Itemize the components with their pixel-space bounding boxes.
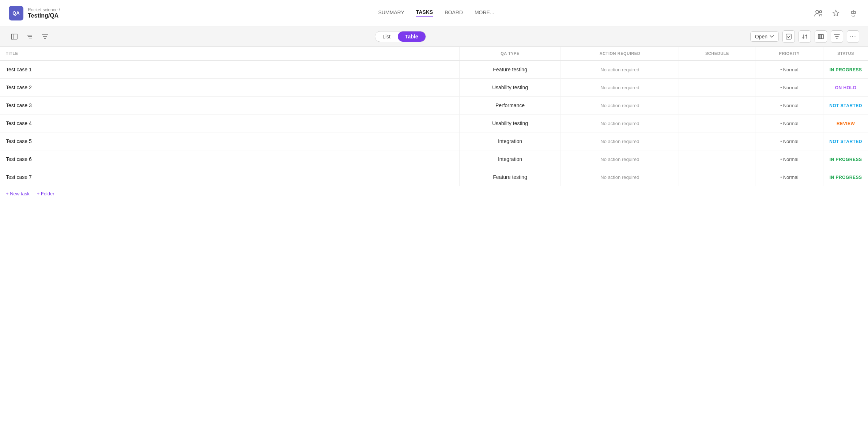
add-row: + New task + Folder	[0, 186, 868, 201]
task-title: Test case 6	[0, 150, 459, 168]
filter-icon-btn[interactable]	[39, 32, 50, 41]
table-row[interactable]: Test case 4 Usability testing No action …	[0, 115, 868, 132]
svg-point-0	[816, 10, 819, 13]
task-schedule	[679, 79, 755, 97]
open-dropdown[interactable]: Open	[750, 31, 779, 42]
nav-tasks[interactable]: TASKS	[416, 9, 433, 17]
task-title: Test case 2	[0, 79, 459, 97]
task-status: ON HOLD	[823, 79, 868, 97]
col-qa-type: QA TYPE	[459, 47, 561, 60]
task-action: No action required	[561, 168, 679, 186]
checkbox-btn[interactable]	[782, 30, 795, 43]
table-wrapper: TITLE QA TYPE ACTION REQUIRED SCHEDULE P…	[0, 47, 868, 223]
task-action: No action required	[561, 60, 679, 79]
nav-left: QA Rocket science / Testing/QA	[9, 6, 60, 20]
task-title: Test case 1	[0, 60, 459, 79]
task-action: No action required	[561, 150, 679, 168]
sort-order-btn[interactable]	[799, 30, 811, 43]
col-priority: PRIORITY	[755, 47, 823, 60]
task-title: Test case 3	[0, 97, 459, 115]
task-action: No action required	[561, 79, 679, 97]
task-status: IN PROGRESS	[823, 168, 868, 186]
task-priority: •Normal	[755, 150, 823, 168]
table-row[interactable]: Test case 3 Performance No action requir…	[0, 97, 868, 115]
app-icon: QA	[9, 6, 23, 20]
task-priority: •Normal	[755, 79, 823, 97]
task-schedule	[679, 115, 755, 132]
task-priority: •Normal	[755, 115, 823, 132]
nav-summary[interactable]: SUMMARY	[378, 10, 404, 17]
task-qa-type: Usability testing	[459, 79, 561, 97]
list-view-btn[interactable]: List	[375, 31, 398, 42]
svg-rect-9	[786, 34, 791, 39]
empty-row	[0, 201, 868, 223]
table-view-btn[interactable]: Table	[398, 31, 426, 42]
col-action-required: ACTION REQUIRED	[561, 47, 679, 60]
task-priority: •Normal	[755, 168, 823, 186]
filter-btn[interactable]	[831, 30, 843, 43]
task-status: IN PROGRESS	[823, 60, 868, 79]
add-folder-btn[interactable]: + Folder	[37, 191, 54, 196]
task-action: No action required	[561, 115, 679, 132]
svg-rect-10	[818, 34, 820, 39]
svg-rect-12	[822, 34, 823, 39]
toolbar-right: Open	[750, 30, 859, 43]
task-status: REVIEW	[823, 115, 868, 132]
nav-right: 1	[812, 7, 859, 19]
task-priority: •Normal	[755, 132, 823, 150]
nav-board[interactable]: BOARD	[445, 10, 463, 17]
svg-rect-5	[11, 34, 13, 39]
view-toggle: List Table	[375, 31, 426, 42]
table-header-row: TITLE QA TYPE ACTION REQUIRED SCHEDULE P…	[0, 47, 868, 60]
breadcrumb-parent: Rocket science /	[28, 7, 60, 12]
breadcrumb: Rocket science / Testing/QA	[28, 7, 60, 19]
svg-text:1: 1	[820, 10, 822, 11]
table-row[interactable]: Test case 6 Integration No action requir…	[0, 150, 868, 168]
toolbar: List Table Open	[0, 26, 868, 47]
task-qa-type: Feature testing	[459, 60, 561, 79]
task-title: Test case 5	[0, 132, 459, 150]
task-schedule	[679, 168, 755, 186]
task-qa-type: Usability testing	[459, 115, 561, 132]
task-status: IN PROGRESS	[823, 150, 868, 168]
col-status: STATUS	[823, 47, 868, 60]
task-status: NOT STARTED	[823, 132, 868, 150]
breadcrumb-current: Testing/QA	[28, 12, 60, 19]
table-row[interactable]: Test case 1 Feature testing No action re…	[0, 60, 868, 79]
col-title: TITLE	[0, 47, 459, 60]
task-qa-type: Performance	[459, 97, 561, 115]
expand-icon-btn[interactable]	[9, 32, 20, 41]
task-qa-type: Integration	[459, 150, 561, 168]
svg-rect-4	[11, 34, 17, 39]
svg-rect-11	[820, 34, 822, 39]
table-row[interactable]: Test case 5 Integration No action requir…	[0, 132, 868, 150]
star-button[interactable]	[830, 7, 842, 19]
task-qa-type: Feature testing	[459, 168, 561, 186]
columns-btn[interactable]	[815, 30, 827, 43]
task-action: No action required	[561, 132, 679, 150]
top-nav: QA Rocket science / Testing/QA SUMMARY T…	[0, 0, 868, 26]
task-schedule	[679, 60, 755, 79]
task-priority: •Normal	[755, 60, 823, 79]
tasks-table: TITLE QA TYPE ACTION REQUIRED SCHEDULE P…	[0, 47, 868, 223]
task-schedule	[679, 150, 755, 168]
task-action: No action required	[561, 97, 679, 115]
more-btn[interactable]: ···	[847, 30, 859, 43]
task-qa-type: Integration	[459, 132, 561, 150]
col-schedule: SCHEDULE	[679, 47, 755, 60]
task-title: Test case 4	[0, 115, 459, 132]
sort-icon-btn[interactable]	[24, 32, 35, 41]
nav-center: SUMMARY TASKS BOARD MORE...	[378, 9, 494, 17]
nav-more[interactable]: MORE...	[475, 10, 494, 17]
toolbar-left	[9, 32, 50, 41]
task-status: NOT STARTED	[823, 97, 868, 115]
task-schedule	[679, 132, 755, 150]
task-priority: •Normal	[755, 97, 823, 115]
table-row[interactable]: Test case 7 Feature testing No action re…	[0, 168, 868, 186]
task-schedule	[679, 97, 755, 115]
task-title: Test case 7	[0, 168, 459, 186]
pin-button[interactable]	[848, 7, 859, 19]
users-button[interactable]: 1	[812, 7, 824, 19]
add-task-btn[interactable]: + New task	[6, 191, 30, 196]
table-row[interactable]: Test case 2 Usability testing No action …	[0, 79, 868, 97]
